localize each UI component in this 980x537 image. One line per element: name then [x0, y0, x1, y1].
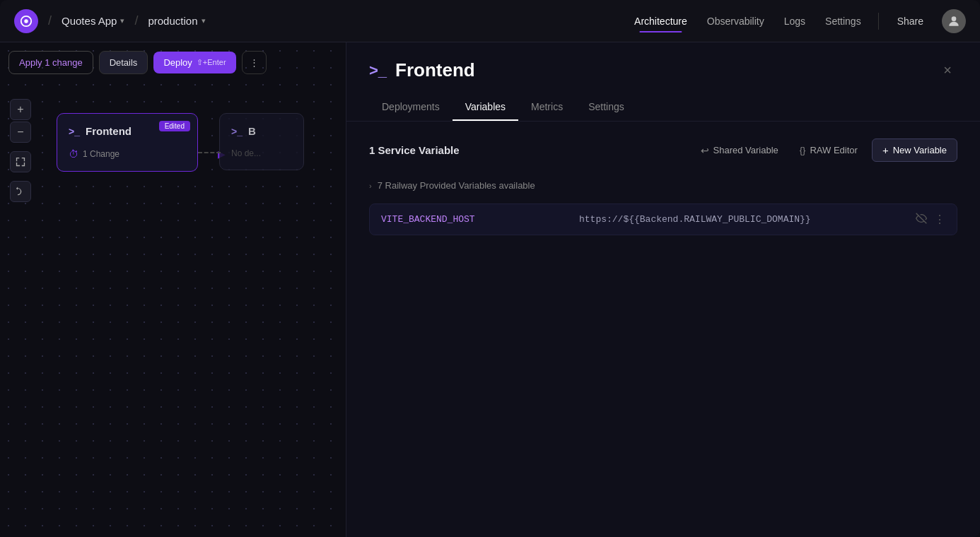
- env-name: production: [148, 15, 197, 27]
- nav-separator-2: /: [134, 13, 138, 28]
- app-chevron-icon: ▾: [120, 16, 124, 25]
- new-variable-plus-icon: +: [882, 144, 889, 156]
- railway-vars-row[interactable]: › 7 Railway Provided Variables available: [369, 173, 957, 198]
- backend-card-title: >_ B: [231, 125, 292, 137]
- app-logo[interactable]: [14, 9, 38, 33]
- nav-settings[interactable]: Settings: [817, 11, 870, 31]
- deploy-shortcut: ⇧+Enter: [197, 58, 226, 67]
- svg-point-1: [24, 19, 28, 23]
- share-button[interactable]: Share: [887, 11, 933, 31]
- tab-metrics[interactable]: Metrics: [518, 94, 576, 121]
- frontend-service-card[interactable]: Edited >_ Frontend ⏱ 1 Change: [57, 113, 198, 172]
- nav-divider: [878, 13, 879, 30]
- shared-variable-button[interactable]: ↩ Shared Variable: [694, 141, 786, 160]
- zoom-out-button[interactable]: −: [10, 122, 31, 143]
- backend-icon: >_: [231, 126, 243, 137]
- top-navigation: / Quotes App ▾ / production ▾ Architectu…: [0, 0, 980, 42]
- tab-deployments[interactable]: Deployments: [369, 94, 453, 121]
- panel-header: >_ Frontend × Deployments Variables Metr…: [346, 42, 980, 122]
- nav-right: Architecture Observability Logs Settings…: [626, 9, 966, 33]
- raw-editor-button[interactable]: {} RAW Editor: [793, 141, 865, 160]
- new-variable-label: New Variable: [893, 145, 947, 155]
- railway-vars-label: 7 Railway Provided Variables available: [378, 180, 535, 191]
- raw-editor-icon: {}: [800, 145, 806, 155]
- nav-architecture[interactable]: Architecture: [626, 11, 696, 31]
- change-icon: ⏱: [69, 148, 78, 160]
- variable-key: VITE_BACKEND_HOST: [381, 214, 579, 225]
- vars-section-title: 1 Service Variable: [369, 144, 460, 156]
- panel-close-button[interactable]: ×: [938, 59, 957, 81]
- more-options-button[interactable]: ⋮: [242, 51, 267, 74]
- tab-variables[interactable]: Variables: [453, 94, 518, 121]
- raw-editor-label: RAW Editor: [810, 145, 857, 155]
- backend-label: B: [248, 125, 256, 137]
- canvas-controls: + −: [10, 99, 31, 202]
- variable-value: https://${{Backend.RAILWAY_PUBLIC_DOMAIN…: [579, 214, 916, 225]
- variable-row-actions: ⋮: [916, 213, 945, 226]
- nav-separator-1: /: [48, 13, 52, 28]
- change-label: 1 Change: [83, 149, 119, 159]
- deploy-label: Deploy: [163, 57, 192, 68]
- nav-left: / Quotes App ▾ / production ▾: [14, 9, 626, 33]
- main-layout: Apply 1 change Details Deploy ⇧+Enter ⋮ …: [0, 42, 980, 537]
- backend-service-card[interactable]: >_ B No de...: [219, 113, 304, 170]
- connection-line: [198, 152, 221, 153]
- edited-badge: Edited: [159, 121, 190, 131]
- frontend-icon: >_: [69, 126, 80, 137]
- canvas-area: Apply 1 change Details Deploy ⇧+Enter ⋮ …: [0, 42, 346, 537]
- frontend-label: Frontend: [86, 125, 132, 137]
- panel-tabs: Deployments Variables Metrics Settings: [369, 94, 957, 121]
- app-name-link[interactable]: Quotes App ▾: [62, 15, 124, 27]
- shared-var-icon: ↩: [701, 145, 709, 156]
- details-button[interactable]: Details: [99, 51, 148, 74]
- variable-row: VITE_BACKEND_HOST https://${{Backend.RAI…: [369, 203, 957, 235]
- nav-logs[interactable]: Logs: [776, 11, 814, 31]
- panel-title-icon: >_: [369, 61, 387, 80]
- expand-button[interactable]: [10, 151, 31, 172]
- chevron-right-icon: ›: [369, 182, 372, 190]
- undo-button[interactable]: [10, 181, 31, 202]
- apply-change-button[interactable]: Apply 1 change: [8, 51, 93, 74]
- zoom-in-button[interactable]: +: [10, 99, 31, 120]
- shared-variable-label: Shared Variable: [713, 145, 778, 155]
- nav-observability[interactable]: Observability: [699, 11, 773, 31]
- env-link[interactable]: production ▾: [148, 15, 205, 27]
- svg-point-2: [952, 16, 957, 21]
- panel-title: >_ Frontend: [369, 59, 475, 81]
- panel-title-text: Frontend: [395, 59, 475, 81]
- canvas-topbar: Apply 1 change Details Deploy ⇧+Enter ⋮: [8, 51, 337, 74]
- app-name: Quotes App: [62, 15, 117, 27]
- service-panel: >_ Frontend × Deployments Variables Metr…: [346, 42, 980, 537]
- variable-more-button[interactable]: ⋮: [934, 213, 945, 226]
- backend-no-data: No de...: [231, 148, 292, 158]
- variables-toolbar: 1 Service Variable ↩ Shared Variable {} …: [369, 138, 957, 162]
- frontend-change-row: ⏱ 1 Change: [69, 148, 186, 160]
- panel-title-row: >_ Frontend ×: [369, 59, 957, 81]
- tab-settings[interactable]: Settings: [576, 94, 637, 121]
- env-chevron-icon: ▾: [202, 16, 206, 25]
- panel-content: 1 Service Variable ↩ Shared Variable {} …: [346, 122, 980, 537]
- vars-actions: ↩ Shared Variable {} RAW Editor + New Va…: [694, 138, 958, 162]
- deploy-button[interactable]: Deploy ⇧+Enter: [153, 52, 235, 73]
- new-variable-button[interactable]: + New Variable: [872, 138, 957, 162]
- variable-visibility-button[interactable]: [916, 213, 927, 226]
- avatar[interactable]: [942, 9, 966, 33]
